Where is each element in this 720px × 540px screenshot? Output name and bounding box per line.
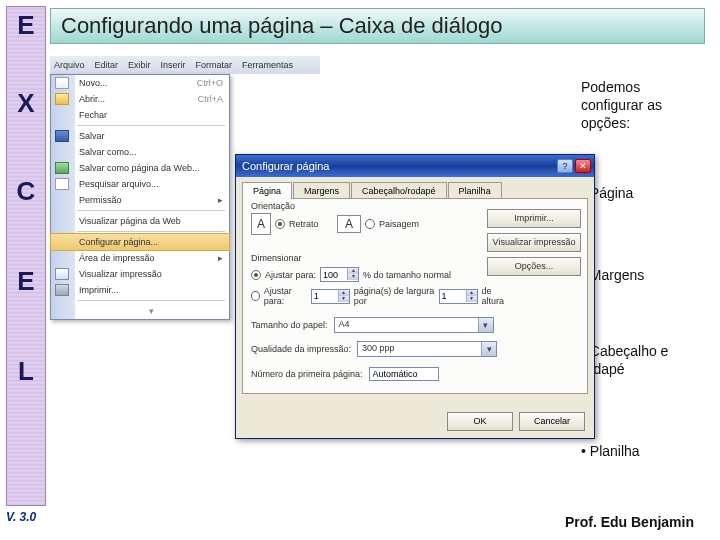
menu-arquivo[interactable]: Arquivo bbox=[54, 60, 85, 70]
radio-portrait[interactable] bbox=[275, 219, 285, 229]
version-label: V. 3.0 bbox=[6, 510, 36, 524]
cancel-button[interactable]: Cancelar bbox=[519, 412, 585, 431]
dialog-help-button[interactable]: ? bbox=[557, 159, 573, 173]
fit-to-row: Ajustar para: ▴▾ página(s) de largura po… bbox=[251, 286, 511, 306]
menu-formatar[interactable]: Formatar bbox=[196, 60, 233, 70]
menu-inserir[interactable]: Inserir bbox=[161, 60, 186, 70]
save-web-icon bbox=[55, 162, 69, 174]
print-preview-button[interactable]: Visualizar impressão bbox=[487, 233, 581, 252]
tab-cabecalho[interactable]: Cabeçalho/rodapé bbox=[351, 182, 447, 199]
search-file-icon bbox=[55, 178, 69, 190]
radio-fit[interactable] bbox=[251, 291, 260, 301]
dd-visualizarweb[interactable]: Visualizar página da Web bbox=[51, 213, 229, 229]
dd-areaimpressao[interactable]: Área de impressão▸ bbox=[51, 250, 229, 266]
letter-l: L bbox=[10, 356, 42, 387]
dd-visualizarimpressao[interactable]: Visualizar impressão bbox=[51, 266, 229, 282]
dd-configurar-pagina[interactable]: Configurar página... bbox=[51, 234, 229, 250]
dd-salvarcomo[interactable]: Salvar como... bbox=[51, 144, 229, 160]
dd-fechar[interactable]: Fechar bbox=[51, 107, 229, 123]
dd-abrir[interactable]: Abrir...Ctrl+A bbox=[51, 91, 229, 107]
letter-e2: E bbox=[10, 266, 42, 297]
tab-margens[interactable]: Margens bbox=[293, 182, 350, 199]
dialog-titlebar: Configurar página ? ✕ bbox=[236, 155, 594, 177]
landscape-icon: A bbox=[337, 215, 361, 233]
save-icon bbox=[55, 130, 69, 142]
dd-salvar[interactable]: Salvar bbox=[51, 128, 229, 144]
paper-size-select[interactable]: A4 bbox=[334, 317, 494, 333]
radio-landscape[interactable] bbox=[365, 219, 375, 229]
scale-adjust-row: Ajustar para: ▴▾ % do tamanho normal bbox=[251, 267, 511, 282]
radio-adjust[interactable] bbox=[251, 270, 261, 280]
fit-width-spinner[interactable]: ▴▾ bbox=[311, 289, 350, 304]
fit-width-input[interactable] bbox=[312, 291, 338, 301]
folder-open-icon bbox=[55, 93, 69, 105]
menu-editar[interactable]: Editar bbox=[95, 60, 119, 70]
file-dropdown: Novo...Ctrl+O Abrir...Ctrl+A Fechar Salv… bbox=[50, 74, 230, 320]
dialog-close-button[interactable]: ✕ bbox=[575, 159, 591, 173]
landscape-label: Paisagem bbox=[379, 219, 419, 229]
side-intro: Podemos configurar as opções: bbox=[581, 78, 696, 133]
print-preview-icon bbox=[55, 268, 69, 280]
letter-c: C bbox=[10, 176, 42, 207]
tab-pagina[interactable]: Página bbox=[242, 182, 292, 199]
excel-menubar: Arquivo Editar Exibir Inserir Formatar F… bbox=[50, 56, 320, 74]
dd-salvarweb[interactable]: Salvar como página da Web... bbox=[51, 160, 229, 176]
fit-label: Ajustar para: bbox=[264, 286, 307, 306]
letter-e: E bbox=[10, 10, 42, 41]
scale-percent-spinner[interactable]: ▴▾ bbox=[320, 267, 359, 282]
orientation-landscape[interactable]: A Paisagem bbox=[337, 215, 419, 233]
dd-pesquisar[interactable]: Pesquisar arquivo... bbox=[51, 176, 229, 192]
printer-icon bbox=[55, 284, 69, 296]
fit-height-input[interactable] bbox=[440, 291, 466, 301]
adjust-label: Ajustar para: bbox=[265, 270, 316, 280]
scale-percent-input[interactable] bbox=[321, 270, 347, 280]
menu-exibir[interactable]: Exibir bbox=[128, 60, 151, 70]
side-bullet-planilha: • Planilha bbox=[581, 442, 696, 460]
tab-planilha[interactable]: Planilha bbox=[448, 182, 502, 199]
letter-x: X bbox=[10, 88, 42, 119]
author-label: Prof. Edu Benjamin bbox=[565, 514, 694, 530]
first-page-input[interactable] bbox=[369, 367, 439, 381]
fit-height-spinner[interactable]: ▴▾ bbox=[439, 289, 478, 304]
dd-imprimir[interactable]: Imprimir... bbox=[51, 282, 229, 298]
adjust-suffix: % do tamanho normal bbox=[363, 270, 451, 280]
orientation-portrait[interactable]: A Retrato bbox=[251, 213, 319, 235]
side-bullet-cabecalho: • Cabeçalho e rodapé bbox=[581, 342, 696, 378]
page-setup-dialog: Configurar página ? ✕ Página Margens Cab… bbox=[235, 154, 595, 439]
slide-title: Configurando uma página – Caixa de diálo… bbox=[50, 8, 705, 44]
side-purple-bar bbox=[6, 6, 46, 506]
paper-size-label: Tamanho do papel: bbox=[251, 320, 328, 330]
options-button[interactable]: Opções... bbox=[487, 257, 581, 276]
dd-novo[interactable]: Novo...Ctrl+O bbox=[51, 75, 229, 91]
print-quality-select[interactable]: 300 ppp bbox=[357, 341, 497, 357]
side-bullet-pagina: • Página bbox=[581, 184, 696, 202]
fit-height-suffix: de altura bbox=[482, 286, 511, 306]
dialog-title-text: Configurar página bbox=[242, 160, 329, 172]
first-page-label: Número da primeira página: bbox=[251, 369, 363, 379]
new-doc-icon bbox=[55, 77, 69, 89]
scale-label: Dimensionar bbox=[251, 253, 302, 263]
orientation-label: Orientação bbox=[251, 201, 295, 211]
print-button[interactable]: Imprimir... bbox=[487, 209, 581, 228]
side-bullet-margens: • Margens bbox=[581, 266, 696, 284]
tab-pagina-body: Orientação A Retrato A Paisagem Dimensio… bbox=[242, 198, 588, 394]
dd-permissao[interactable]: Permissão▸ bbox=[51, 192, 229, 208]
excel-screenshot: Arquivo Editar Exibir Inserir Formatar F… bbox=[50, 56, 550, 406]
portrait-icon: A bbox=[251, 213, 271, 235]
portrait-label: Retrato bbox=[289, 219, 319, 229]
ok-button[interactable]: OK bbox=[447, 412, 513, 431]
print-quality-label: Qualidade da impressão: bbox=[251, 344, 351, 354]
dd-expand[interactable]: ▾ bbox=[51, 303, 229, 319]
fit-width-suffix: página(s) de largura por bbox=[354, 286, 435, 306]
dialog-tabs: Página Margens Cabeçalho/rodapé Planilha bbox=[242, 181, 588, 198]
menu-ferramentas[interactable]: Ferramentas bbox=[242, 60, 293, 70]
